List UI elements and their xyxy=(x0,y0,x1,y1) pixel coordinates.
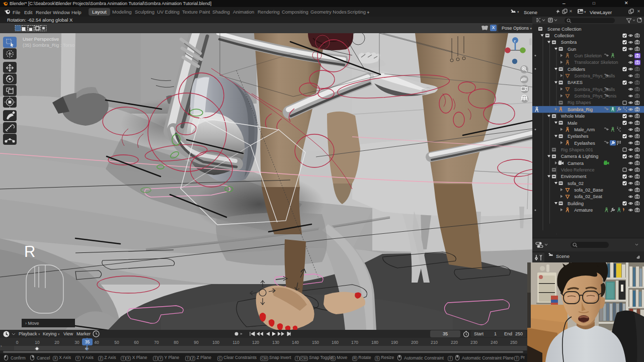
svg-text:Eyelashes: Eyelashes xyxy=(574,141,595,146)
svg-text:Building: Building xyxy=(568,201,584,206)
svg-text:Male: Male xyxy=(568,121,578,126)
svg-text:Whole Male: Whole Male xyxy=(561,114,585,119)
svg-text:Gun Skeleton: Gun Skeleton xyxy=(574,53,602,58)
svg-text:Sombra: Sombra xyxy=(561,40,577,45)
svg-text:Camera & Lighting: Camera & Lighting xyxy=(561,154,599,159)
svg-text:Collection: Collection xyxy=(554,33,575,38)
svg-text:Sombra_Phys_Balls: Sombra_Phys_Balls xyxy=(574,73,615,78)
svg-text:R: R xyxy=(24,243,35,260)
svg-text:Rig Shapes.001: Rig Shapes.001 xyxy=(561,147,593,152)
svg-text:z: z xyxy=(514,39,516,43)
svg-text:Gun: Gun xyxy=(568,47,576,52)
svg-text:User Perspective: User Perspective xyxy=(23,36,59,42)
svg-text:(35) Sombra_Rig : Torso: (35) Sombra_Rig : Torso xyxy=(23,42,74,48)
svg-text:Camera: Camera xyxy=(568,161,584,166)
svg-text:sofa_02_Seat: sofa_02_Seat xyxy=(574,194,602,199)
svg-text:sofa_02_Base: sofa_02_Base xyxy=(574,188,603,193)
svg-text:Rig Shapes: Rig Shapes xyxy=(568,100,591,105)
svg-text:Scene Collection: Scene Collection xyxy=(547,27,582,32)
svg-text:Armature: Armature xyxy=(574,208,593,213)
svg-text:Scene: Scene xyxy=(556,253,570,259)
svg-text:Sombra_Rig: Sombra_Rig xyxy=(568,107,593,112)
svg-text:Sombra_Phys_Penis: Sombra_Phys_Penis xyxy=(574,94,617,99)
svg-text:Environment: Environment xyxy=(561,174,587,179)
svg-text:sofa_02: sofa_02 xyxy=(568,181,584,186)
svg-text:› Move: › Move xyxy=(25,321,39,326)
svg-text:Video Reference: Video Reference xyxy=(561,167,595,172)
svg-text:BAKES: BAKES xyxy=(568,80,583,85)
svg-text:Sombra_Phys_Balls: Sombra_Phys_Balls xyxy=(574,87,615,92)
svg-text:Male_Arm: Male_Arm xyxy=(574,127,595,132)
svg-text:Eyelashes: Eyelashes xyxy=(568,134,589,139)
svg-text:Translocator Skeleton: Translocator Skeleton xyxy=(574,60,618,65)
svg-text:Colliders: Colliders xyxy=(568,67,586,72)
